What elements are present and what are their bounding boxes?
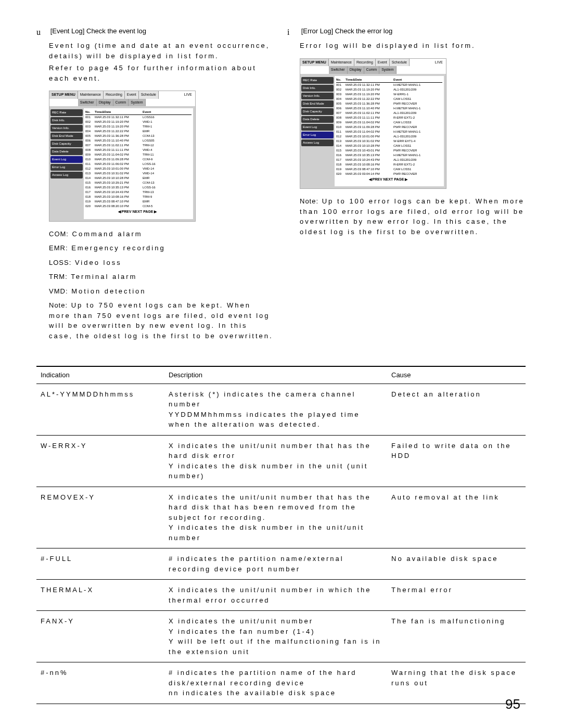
log-row: 011MAR.25.03 11:04:02 PMH.METER MAIN1-1	[336, 130, 442, 134]
log-row: 005MAR.25.03 11:36:28 PMCOM-13	[85, 134, 191, 138]
tab-comm: Comm	[364, 66, 380, 74]
cell-indication: AL*-YYMMDDhhmmss	[36, 384, 164, 435]
tab-event: Event	[125, 91, 139, 99]
cell-indication: THERMAL-X	[36, 580, 164, 611]
pager: ◀ PREV NEXT PAGE ▶	[336, 176, 440, 183]
tab-system: System	[379, 66, 396, 74]
log-row: 012MAR.25.03 10:01:00 PMAL1-031201/209	[336, 134, 442, 139]
cell-indication: #-nn%	[36, 662, 164, 704]
tab-maintenance: Maintenance	[78, 91, 104, 99]
legend-com: COM: Command alarm	[49, 229, 275, 239]
table-row: W-ERRX-YX indicates the unit/unit number…	[36, 435, 526, 487]
cell-indication: #-FULL	[36, 548, 164, 580]
cell-indication: FANX-Y	[36, 611, 164, 662]
cell-cause: Auto removal at the link	[387, 487, 526, 548]
cell-cause: Failed to write data on the HDD	[387, 435, 526, 487]
log-row: 013MAR.25.03 10:31:02 PMVMD-14	[85, 171, 191, 176]
side-item: Access Log	[50, 172, 83, 178]
side-item: Event Log	[50, 156, 83, 163]
cell-cause: Detect an alteration	[387, 384, 526, 435]
tab-schedule: Schedule	[139, 91, 159, 99]
tab-switcher: Switcher	[329, 66, 348, 74]
setup-menu-label: SETUP MENU	[300, 59, 329, 67]
side-item: Access Log	[301, 139, 334, 146]
error-note: Note: Up to 100 error logs can be kept. …	[300, 196, 526, 237]
log-row: 004MAR.25.03 11:22:22 PMCAM LOSS1	[336, 97, 442, 101]
log-row: 009MAR.25.03 11:04:02 PMCAM LOSS3	[336, 120, 442, 125]
log-row: 012MAR.25.03 10:01:00 PMVMD-14	[85, 167, 191, 171]
log-row: 016MAR.25.03 10:35:13 PMLOSS-16	[85, 185, 191, 190]
error-log-screenshot: SETUP MENU Maintenance Recording Event S…	[300, 58, 446, 189]
tab-system: System	[129, 99, 145, 107]
setup-menu-label: SETUP MENU	[49, 91, 78, 99]
log-row: 020MAR.25.03 03:04:14 PMPWR RECOVER	[336, 172, 442, 176]
log-row: 003MAR.25.03 11:19:20 PMTRM-1	[85, 124, 191, 129]
bullet-i-icon: i	[287, 26, 298, 39]
cell-description: Asterisk (*) indicates the camera channe…	[164, 384, 387, 435]
cell-indication: REMOVEX-Y	[36, 487, 164, 548]
tab-schedule: Schedule	[390, 59, 410, 67]
live-label: LIVE	[432, 59, 446, 67]
side-item: Version Info.	[301, 93, 334, 99]
side-item: Data Delete	[301, 116, 334, 123]
log-row: 010MAR.25.03 11:09:28 PMCOM-9	[85, 157, 191, 162]
live-label: LIVE	[181, 91, 195, 99]
side-item: Version Info.	[50, 125, 83, 132]
log-row: 020MAR.25.03 08:20:10 PMCOM-5	[85, 204, 191, 209]
log-row: 006MAR.25.03 11:10:40 PMH.METER MAIN1-1	[336, 106, 442, 111]
cell-description: X indicates the unit/unit number that ha…	[164, 487, 387, 548]
log-row: 003MAR.25.03 11:19:20 PMW-ERR1-1	[336, 92, 442, 97]
side-item: Data Delete	[50, 148, 83, 155]
tab-comm: Comm	[113, 99, 129, 107]
log-row: 014MAR.25.03 10:10:28 PMCAM LOSS1	[336, 144, 442, 148]
log-row: 017MAR.25.03 10:24:43 PMAL1-031201/209	[336, 158, 442, 162]
log-header-row: No.Time&DateEvent	[85, 110, 191, 115]
page-number: 95	[505, 694, 520, 714]
log-row: 009MAR.25.03 11:04:02 PMTRM-11	[85, 152, 191, 157]
log-row: 004MAR.25.03 11:22:22 PMEMR	[85, 129, 191, 134]
log-row: 006MAR.25.03 11:10:40 PMLOSS05	[85, 138, 191, 143]
tab-switcher: Switcher	[78, 99, 97, 107]
th-cause: Cause	[387, 366, 526, 384]
event-note: Note: Up to 750 event logs can be kept. …	[49, 300, 275, 341]
table-row: FANX-YX indicates the unit/unit number Y…	[36, 611, 526, 662]
cell-cause: No available disk space	[387, 548, 526, 580]
table-header-row: Indication Description Cause	[36, 366, 526, 384]
log-row: 015MAR.25.03 10:29:21 PMCOM-13	[85, 181, 191, 185]
log-row: 008MAR.25.03 11:11:11 PMR-ERR EXT1-2	[336, 116, 442, 120]
log-row: 002MAR.25.03 11:19:20 PMAL1-031201/209	[336, 87, 442, 92]
cell-description: X indicates the unit/unit number in whic…	[164, 580, 387, 611]
cell-cause: Thermal error	[387, 580, 526, 611]
cell-description: X indicates the unit/unit number Y indic…	[164, 611, 387, 662]
table-row: #-nn%# indicates the partition name of t…	[36, 662, 526, 704]
log-row: 015MAR.25.03 10:43:01 PMPWR RECOVER	[336, 148, 442, 153]
error-log-p1: Error log will be displayed in list form…	[300, 41, 526, 51]
th-indication: Indication	[36, 366, 164, 384]
th-description: Description	[164, 366, 387, 384]
log-row: 014MAR.25.03 10:10:28 PMEMR	[85, 176, 191, 181]
tab-maintenance: Maintenance	[329, 59, 354, 67]
log-row: 019MAR.25.03 08:47:10 PMEMR	[85, 199, 191, 204]
event-log-p1: Event log (time and date at an event occ…	[49, 41, 275, 61]
log-row: 007MAR.25.03 11:02:11 PMAL1-031201/209	[336, 111, 442, 116]
log-row: 019MAR.25.03 08:47:10 PMCAM LOSS1	[336, 167, 442, 172]
tab-recording: Recording	[104, 91, 125, 99]
log-row: 001MAR.25.03 11:32:11 PMH.METER MAIN1-1	[336, 83, 442, 87]
log-row: 005MAR.25.03 11:36:28 PMPWR RECOVER	[336, 101, 442, 106]
side-item: REC Rate	[301, 77, 334, 84]
legend-emr: EMR: Emergency recording	[49, 243, 275, 253]
log-row: 016MAR.25.03 10:35:13 PMH.METER MAIN1-1	[336, 153, 442, 158]
side-item: Disk End Mode	[50, 133, 83, 139]
legend-loss: LOSS: Video loss	[49, 258, 275, 268]
legend-trm: TRM: Terminal alarm	[49, 272, 275, 282]
event-log-title: [Event Log] Check the event log	[50, 27, 146, 35]
log-row: 013MAR.25.03 10:31:02 PMW-ERR EXT1-4	[336, 139, 442, 144]
side-item: Disk Capacity	[50, 141, 83, 147]
table-row: REMOVEX-YX indicates the unit/unit numbe…	[36, 487, 526, 548]
side-item: Disk Info.	[50, 117, 83, 124]
side-item: Disk End Mode	[301, 100, 334, 107]
cell-description: # indicates the partition name of the ha…	[164, 662, 387, 704]
log-row: 001MAR.25.03 11:32:11 PMLOSS16	[85, 115, 191, 120]
table-row: AL*-YYMMDDhhmmssAsterisk (*) indicates t…	[36, 384, 526, 435]
cell-description: X indicates the unit/unit number that ha…	[164, 435, 387, 487]
